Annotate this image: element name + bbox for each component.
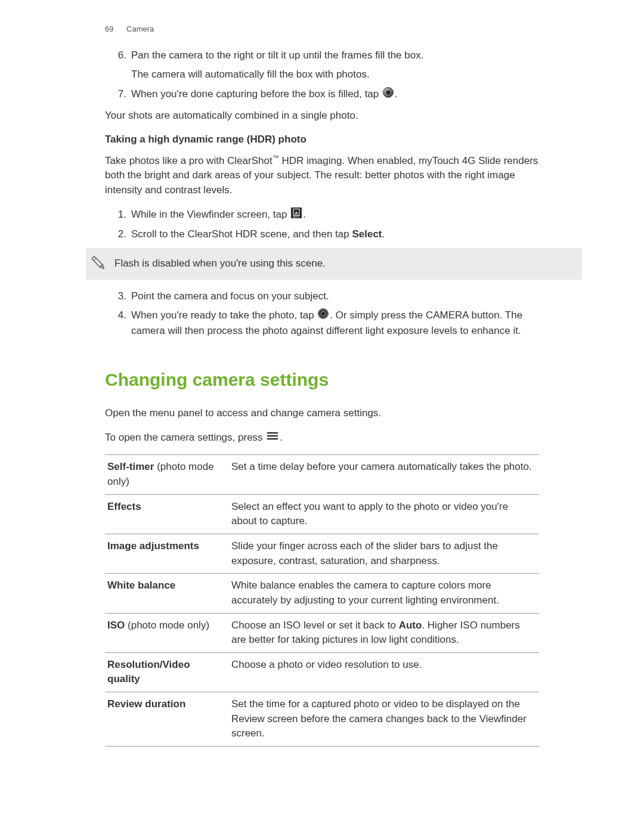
svg-text:AUTO: AUTO — [293, 215, 299, 218]
table-row: EffectsSelect an effect you want to appl… — [105, 494, 539, 534]
svg-point-12 — [322, 312, 325, 315]
step-text: While in the Viewfinder screen, tap A AU… — [131, 208, 539, 223]
step-text: When you're ready to take the photo, tap… — [131, 308, 539, 338]
setting-desc-fragment: Set a time delay before your camera auto… — [231, 461, 532, 472]
table-row: ISO (photo mode only)Choose an ISO level… — [105, 613, 539, 652]
step-2: 2. Scroll to the ClearShot HDR scene, an… — [105, 227, 539, 242]
setting-desc-fragment: Select an effect you want to apply to th… — [231, 501, 508, 527]
svg-rect-6 — [92, 256, 103, 267]
step-text-fragment: . — [382, 228, 385, 240]
step-3: 3. Point the camera and focus on your su… — [105, 289, 539, 304]
step-number: 2. — [112, 227, 126, 242]
svg-rect-1 — [386, 91, 390, 94]
setting-name-bold: Review duration — [107, 698, 185, 710]
step-text: When you're done capturing before the bo… — [131, 87, 539, 103]
setting-desc-fragment: Choose an ISO level or set it back to — [231, 620, 399, 631]
steps-hdr-before-note: 1. While in the Viewfinder screen, tap A… — [105, 208, 539, 242]
setting-desc-fragment: White balance enables the camera to capt… — [231, 580, 499, 606]
shutter-icon — [318, 308, 329, 324]
table-row: Review durationSet the time for a captur… — [105, 692, 539, 747]
setting-name-bold: ISO — [107, 620, 125, 631]
setting-name-cell: White balance — [105, 574, 229, 613]
setting-name-bold: White balance — [107, 580, 175, 591]
step-text-fragment: While in the Viewfinder screen, tap — [131, 209, 290, 220]
setting-desc-cell: White balance enables the camera to capt… — [229, 574, 539, 613]
step-number: 3. — [112, 289, 126, 304]
table-row: White balanceWhite balance enables the c… — [105, 574, 539, 613]
note-text: Flash is disabled when you're using this… — [114, 258, 326, 269]
table-row: Image adjustmentsSlide your finger acros… — [105, 534, 539, 574]
step-text-fragment: . — [395, 88, 398, 100]
section-title-settings: Changing camera settings — [105, 367, 539, 393]
pen-icon — [88, 253, 109, 278]
setting-name-cell: ISO (photo mode only) — [105, 613, 229, 652]
step-6: 6. Pan the camera to the right or tilt i… — [105, 48, 539, 82]
setting-name-rest: (photo mode only) — [125, 620, 209, 631]
step-number: 6. — [112, 48, 126, 63]
setting-name-cell: Self-timer (photo mode only) — [105, 455, 229, 494]
document-page: 69 Camera 6. Pan the camera to the right… — [0, 0, 644, 833]
setting-name-bold: Image adjustments — [107, 540, 199, 552]
svg-line-9 — [94, 258, 96, 261]
step-text-fragment: When you're done capturing before the bo… — [131, 88, 382, 100]
step-text-fragment: . — [303, 209, 306, 220]
step-4: 4. When you're ready to take the photo, … — [105, 308, 539, 338]
steps-hdr-after-note: 3. Point the camera and focus on your su… — [105, 289, 539, 339]
setting-desc-cell: Set the time for a captured photo or vid… — [229, 692, 539, 747]
stop-circle-icon — [383, 87, 394, 103]
setting-name-cell: Review duration — [105, 692, 229, 747]
section-name: Camera — [126, 24, 154, 33]
setting-desc-fragment: Set the time for a captured photo or vid… — [231, 698, 527, 739]
setting-name-cell: Effects — [105, 494, 229, 534]
step-7: 7. When you're done capturing before the… — [105, 87, 539, 103]
trademark-symbol: ™ — [273, 154, 279, 161]
text-fragment: To open the camera settings, press — [105, 432, 265, 443]
paragraph: Your shots are automatically combined in… — [105, 109, 539, 123]
table-row: Self-timer (photo mode only)Set a time d… — [105, 455, 539, 494]
step-text: Point the camera and focus on your subje… — [131, 289, 539, 304]
setting-desc-fragment: Slide your finger across each of the sli… — [231, 540, 498, 566]
setting-desc-cell: Slide your finger across each of the sli… — [229, 534, 539, 574]
text-fragment: . — [280, 432, 283, 443]
step-number: 7. — [112, 87, 126, 102]
setting-name-bold: Effects — [107, 501, 141, 512]
step-text: Pan the camera to the right or tilt it u… — [131, 48, 539, 63]
subheading-hdr: Taking a high dynamic range (HDR) photo — [105, 132, 539, 147]
step-text: Scroll to the ClearShot HDR scene, and t… — [131, 227, 539, 242]
page-header: 69 Camera — [105, 24, 539, 35]
step-text-fragment: When you're ready to take the photo, tap — [131, 310, 317, 321]
setting-name-cell: Image adjustments — [105, 534, 229, 574]
setting-desc-cell: Set a time delay before your camera auto… — [229, 455, 539, 494]
setting-desc-bold: Auto — [399, 620, 422, 631]
setting-desc-cell: Choose a photo or video resolution to us… — [229, 652, 539, 692]
step-1: 1. While in the Viewfinder screen, tap A… — [105, 208, 539, 223]
step-text: The camera will automatically fill the b… — [131, 67, 539, 82]
step-text-fragment: Scroll to the ClearShot HDR scene, and t… — [131, 228, 352, 240]
setting-desc-cell: Select an effect you want to apply to th… — [229, 494, 539, 534]
paragraph: Take photos like a pro with ClearShot™ H… — [105, 153, 539, 198]
setting-name-bold: Resolution/Video quality — [107, 659, 190, 685]
step-text-bold: Select — [352, 228, 382, 240]
page-number: 69 — [105, 24, 113, 35]
menu-icon — [267, 431, 278, 445]
setting-name-bold: Self-timer — [107, 461, 154, 472]
setting-desc-fragment: Choose a photo or video resolution to us… — [231, 659, 422, 670]
step-number: 1. — [112, 208, 126, 222]
paragraph: To open the camera settings, press . — [105, 431, 539, 445]
note-callout: Flash is disabled when you're using this… — [86, 248, 582, 280]
steps-panorama: 6. Pan the camera to the right or tilt i… — [105, 48, 539, 103]
scene-a-icon: A AUTO — [291, 208, 302, 223]
step-number: 4. — [112, 308, 126, 323]
settings-table: Self-timer (photo mode only)Set a time d… — [105, 454, 539, 747]
text-fragment: Take photos like a pro with ClearShot — [105, 155, 273, 166]
table-row: Resolution/Video qualityChoose a photo o… — [105, 652, 539, 692]
paragraph: Open the menu panel to access and change… — [105, 406, 539, 421]
svg-text:A: A — [295, 210, 298, 215]
setting-name-cell: Resolution/Video quality — [105, 652, 229, 692]
setting-desc-cell: Choose an ISO level or set it back to Au… — [229, 613, 539, 652]
svg-marker-7 — [100, 265, 105, 270]
